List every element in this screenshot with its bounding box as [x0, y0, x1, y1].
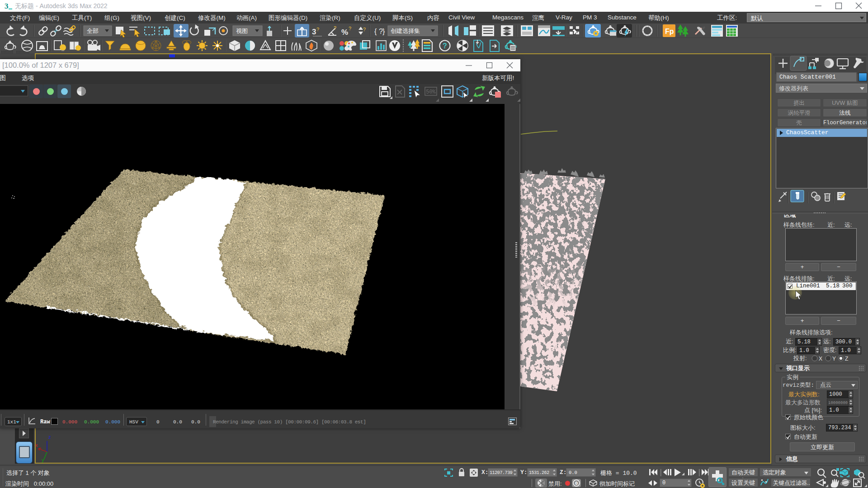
svg-text:z: z [48, 434, 51, 440]
svg-text:?: ? [349, 26, 351, 31]
svg-text:0: 0 [575, 481, 578, 486]
svg-text:?: ? [443, 42, 447, 50]
svg-text:Fp: Fp [665, 28, 674, 35]
svg-text:{: { [374, 28, 377, 35]
svg-text:y: y [42, 457, 44, 463]
svg-text:Y: Y [832, 356, 836, 362]
svg-text:?: ? [363, 27, 366, 32]
svg-text:%: % [341, 28, 348, 37]
svg-text:}: } [382, 28, 385, 35]
svg-text:视图: 视图 [236, 28, 248, 34]
svg-text:3: 3 [5, 2, 9, 10]
svg-text:?: ? [334, 25, 336, 31]
svg-text:全部: 全部 [87, 28, 99, 34]
svg-text:?: ? [316, 27, 319, 32]
svg-text:3: 3 [312, 28, 316, 36]
svg-text:50%: 50% [426, 89, 436, 95]
svg-text:X: X [819, 356, 822, 362]
svg-text:x: x [35, 442, 38, 448]
svg-text:创建选择集: 创建选择集 [391, 28, 420, 34]
svg-text:Z: Z [845, 356, 848, 362]
